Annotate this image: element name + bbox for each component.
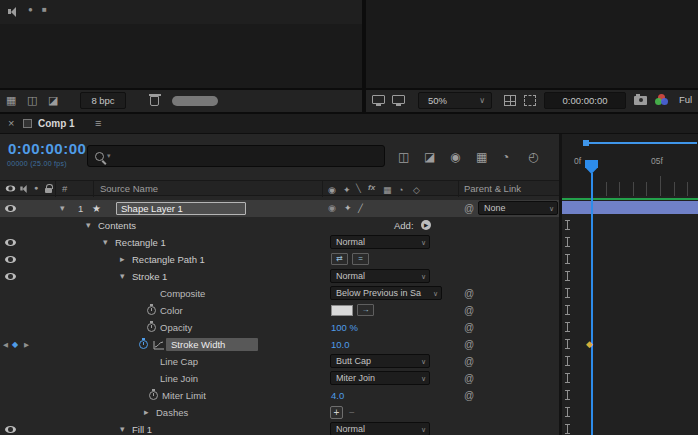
current-time-display[interactable]: 0:00:00:00	[8, 140, 86, 157]
property-row-color[interactable]: Color → @	[0, 302, 562, 319]
search-options-caret-icon[interactable]: ▾	[107, 152, 111, 160]
magnification-dropdown[interactable]: 50% ∨	[418, 92, 492, 109]
chevron-down-icon[interactable]: ▾	[120, 268, 125, 285]
hide-shy-layers-icon[interactable]: ◉	[450, 150, 460, 164]
group-name[interactable]: Fill 1	[132, 421, 152, 435]
chevron-down-icon[interactable]: ▾	[103, 234, 108, 251]
keyframe-toggle-icon[interactable]: ◆	[12, 336, 18, 353]
panel-splitter[interactable]	[559, 134, 562, 435]
trash-icon[interactable]	[150, 96, 159, 106]
line-cap-dropdown[interactable]: Butt Cap ∨	[330, 354, 430, 368]
always-preview-icon[interactable]	[372, 95, 385, 104]
parent-dropdown[interactable]: None ∨	[478, 201, 558, 215]
new-composition-icon[interactable]: ◪	[48, 94, 58, 107]
chevron-down-icon[interactable]: ▾	[86, 217, 91, 234]
property-row-stroke-width[interactable]: ◀ ◆ ▶ Stroke Width 10.0 @	[0, 336, 562, 353]
swap-fill-stroke-icon[interactable]: →	[357, 304, 374, 316]
group-name[interactable]: Rectangle 1	[115, 234, 166, 251]
region-of-interest-icon[interactable]	[524, 95, 536, 106]
blend-mode-dropdown[interactable]: Normal ∨	[330, 269, 430, 283]
property-row-composite[interactable]: Composite Below Previous in Sa ∨ @	[0, 285, 562, 302]
snapshot-camera-icon[interactable]	[634, 96, 647, 105]
layer-duration-bar[interactable]	[562, 201, 698, 214]
parent-pickwhip-icon[interactable]: @	[464, 200, 474, 217]
group-name[interactable]: Stroke 1	[132, 268, 167, 285]
add-dash-button[interactable]: +	[330, 406, 343, 419]
chevron-down-icon[interactable]: ▾	[120, 421, 125, 435]
line-join-dropdown[interactable]: Miter Join ∨	[330, 371, 430, 385]
eye-icon[interactable]	[5, 205, 16, 212]
primary-viewer-icon[interactable]	[392, 95, 405, 104]
path-direction-icon[interactable]: ⇄	[331, 253, 348, 265]
group-name[interactable]: Contents	[98, 217, 136, 234]
property-row-line-join[interactable]: Line Join Miter Join ∨ @	[0, 370, 562, 387]
blend-mode-dropdown[interactable]: Normal ∨	[330, 422, 430, 435]
previous-keyframe-icon[interactable]: ◀	[3, 336, 8, 353]
property-row-miter-limit[interactable]: Miter Limit 4.0 @	[0, 387, 562, 404]
channel-rgb-icon[interactable]	[655, 94, 669, 106]
preview-timecode[interactable]: 0:00:00:00	[544, 92, 626, 109]
stroke-width-value[interactable]: 10.0	[331, 336, 350, 353]
group-row-fill-1[interactable]: ▾ Fill 1 Normal ∨	[0, 421, 562, 435]
blend-mode-dropdown[interactable]: Normal ∨	[330, 235, 430, 249]
panel-menu-icon[interactable]: ≡	[95, 117, 101, 129]
new-folder-icon[interactable]: ◫	[27, 94, 37, 107]
color-swatch[interactable]	[331, 305, 353, 316]
group-row-rectangle-path-1[interactable]: ▸ Rectangle Path 1 ⇄ =	[0, 251, 562, 268]
close-tab-icon[interactable]: ×	[8, 117, 14, 129]
keyframe-diamond[interactable]: ◆	[586, 340, 593, 349]
property-pickwhip-icon[interactable]: @	[464, 370, 474, 387]
motion-blur-icon[interactable]: ◔	[502, 150, 509, 164]
property-pickwhip-icon[interactable]: @	[464, 319, 474, 336]
eye-icon[interactable]	[5, 239, 16, 246]
time-navigator-bar[interactable]	[589, 142, 697, 144]
group-row-contents[interactable]: ▾ Contents Add: ▶	[0, 217, 562, 234]
frame-blending-icon[interactable]: ▦	[476, 150, 487, 164]
path-operation-icon[interactable]: =	[352, 253, 369, 265]
eye-icon[interactable]	[5, 256, 16, 263]
layer-row-shape-layer-1[interactable]: ▾ 1 ★ Shape Layer 1 ◉ ✦ ╱ @ None ∨	[0, 200, 562, 217]
property-pickwhip-icon[interactable]: @	[464, 336, 474, 353]
remove-dash-button[interactable]: −	[349, 404, 355, 421]
property-row-line-cap[interactable]: Line Cap Butt Cap ∨ @	[0, 353, 562, 370]
search-input[interactable]	[116, 147, 376, 165]
resolution-dropdown[interactable]: Ful	[679, 94, 692, 105]
tab-comp-1[interactable]: Comp 1	[38, 114, 75, 134]
choose-grid-icon[interactable]	[504, 95, 516, 106]
eye-icon[interactable]	[5, 426, 16, 433]
stopwatch-icon[interactable]	[149, 391, 158, 400]
composition-mini-flowchart-icon[interactable]: ◫	[398, 150, 409, 164]
chevron-right-icon[interactable]: ▸	[144, 404, 149, 421]
composite-dropdown[interactable]: Below Previous in Sa ∨	[330, 286, 442, 300]
chevron-down-icon[interactable]: ▾	[60, 200, 65, 217]
graph-editor-icon[interactable]: ◴	[528, 150, 538, 164]
chevron-right-icon[interactable]: ▸	[120, 251, 125, 268]
stopwatch-active-icon[interactable]	[139, 340, 148, 349]
layer-name[interactable]: Shape Layer 1	[116, 202, 246, 215]
quality-switch-icon[interactable]: ╱	[358, 200, 363, 217]
group-row-stroke-1[interactable]: ▾ Stroke 1 Normal ∨	[0, 268, 562, 285]
source-name-column[interactable]: Source Name	[100, 181, 158, 197]
graph-icon[interactable]	[153, 340, 165, 350]
group-row-rectangle-1[interactable]: ▾ Rectangle 1 Normal ∨	[0, 234, 562, 251]
scrollbar-thumb[interactable]	[172, 96, 218, 106]
stopwatch-icon[interactable]	[147, 306, 156, 315]
parent-link-column[interactable]: Parent & Link	[464, 181, 521, 197]
property-pickwhip-icon[interactable]: @	[464, 387, 474, 404]
property-row-dashes[interactable]: ▸ Dashes + −	[0, 404, 562, 421]
property-pickwhip-icon[interactable]: @	[464, 285, 474, 302]
add-property-button[interactable]: ▶	[421, 220, 431, 230]
property-pickwhip-icon[interactable]: @	[464, 302, 474, 319]
property-name-selected[interactable]: Stroke Width	[166, 338, 258, 351]
playhead-line[interactable]	[591, 173, 593, 435]
collapse-transformations-icon[interactable]: ✦	[344, 200, 352, 217]
property-pickwhip-icon[interactable]: @	[464, 353, 474, 370]
color-depth-button[interactable]: 8 bpc	[80, 92, 126, 109]
next-keyframe-icon[interactable]: ▶	[24, 336, 29, 353]
interpret-footage-icon[interactable]: ▦	[6, 94, 16, 107]
property-row-opacity[interactable]: Opacity 100 % @	[0, 319, 562, 336]
draft-3d-icon[interactable]: ◪	[424, 150, 435, 164]
shy-switch-icon[interactable]: ◉	[328, 200, 336, 217]
eye-icon[interactable]	[5, 273, 16, 280]
speaker-icon[interactable]	[8, 9, 11, 14]
